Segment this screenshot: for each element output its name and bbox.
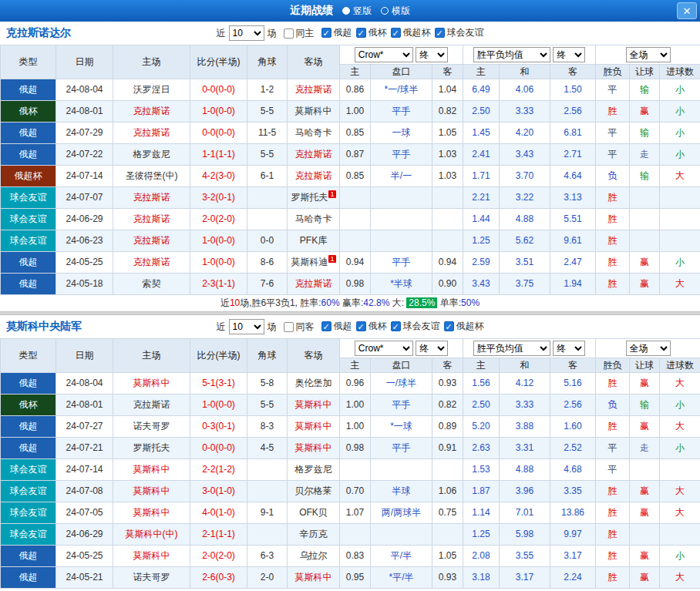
team-label: 马哈奇卡 (295, 213, 332, 224)
rank-badge: 1 (328, 190, 335, 198)
match-date: 24-08-04 (56, 79, 113, 101)
col-corner: 角球 (247, 45, 288, 79)
euro-away-odds: 2.52 (550, 438, 596, 459)
league-badge: 球会友谊 (1, 481, 56, 502)
team-label: 莫斯科中 (295, 421, 332, 431)
euro-away-odds: 4.64 (550, 166, 596, 187)
handicap-result-value: 赢 (630, 546, 660, 567)
col-asian-home: 主 (340, 65, 371, 79)
asian-away-odds: 1.03 (432, 166, 463, 187)
league-badge: 球会友谊 (1, 230, 56, 252)
league-filter-checkbox[interactable]: 俄超杯 (444, 320, 484, 333)
match-date: 24-07-27 (56, 416, 113, 438)
league-filter-label: 俄超杯 (403, 26, 431, 39)
handicap-result-value: 走 (630, 144, 660, 166)
col-handicap: 盘口 (371, 65, 432, 79)
asian-home-odds: 1.00 (340, 395, 371, 416)
euro-final-select[interactable]: 终 (553, 341, 585, 356)
odds-company-select[interactable]: Crow* (355, 341, 413, 356)
same-venue-checkbox[interactable]: 同主 (284, 27, 315, 40)
layout-option-portrait[interactable]: 竖版 (342, 5, 372, 18)
col-date: 日期 (56, 45, 113, 79)
handicap-line: 平手 (371, 395, 432, 416)
goals-result-value (660, 459, 700, 481)
match-date: 24-07-21 (56, 438, 113, 459)
scope-select[interactable]: 全场 (626, 47, 671, 62)
match-count-select[interactable]: 10 (229, 319, 264, 334)
layout-option-landscape[interactable]: 横版 (381, 5, 410, 18)
asian-home-odds: 1.00 (340, 101, 371, 123)
stats-summary: 近10场,胜6平3负1, 胜率:60% 赢率:42.8% 大: 28.5% 单率… (0, 295, 700, 311)
team-section-2: 莫斯科中央陆军 近 10 场 同客 俄超俄杯球会友谊俄超杯 类型 日期 主场 比… (0, 315, 700, 591)
goals-result-value: 大 (660, 274, 700, 295)
league-filter-group: 俄超俄杯球会友谊俄超杯 (318, 320, 484, 334)
league-filter-checkbox[interactable]: 俄杯 (356, 26, 387, 39)
handicap-line (371, 230, 432, 252)
asian-home-odds: 0.70 (340, 481, 371, 502)
filter-bar: 近 10 场 同主 俄超俄杯俄超杯球会友谊 (217, 25, 484, 41)
summary-part: 单率: (437, 297, 461, 308)
asian-home-odds: 0.98 (340, 438, 371, 459)
euro-draw-odds: 3.55 (500, 546, 550, 567)
league-badge: 俄杯 (1, 395, 56, 416)
scope-controls: 全场 (596, 45, 700, 65)
checkbox-icon (284, 322, 294, 332)
close-button[interactable]: ✕ (677, 2, 697, 19)
match-row: 球会友谊24-06-29克拉斯诺2-0(2-0)马哈奇卡1.444.885.51… (1, 209, 700, 230)
asian-final-select[interactable]: 终 (416, 341, 448, 356)
away-team: 乌拉尔 (288, 546, 340, 567)
away-team: 莫斯科中 (288, 567, 340, 589)
goals-result-value: 大 (660, 481, 700, 502)
league-filter-checkbox[interactable]: 球会友谊 (435, 26, 484, 39)
league-filter-checkbox[interactable]: 球会友谊 (391, 320, 440, 333)
league-badge: 俄超 (1, 79, 56, 101)
score: 1-0(0-0) (190, 395, 247, 416)
match-date: 24-07-14 (56, 459, 113, 481)
euro-home-odds: 6.49 (463, 79, 500, 101)
goals-result-value: 大 (660, 373, 700, 395)
col-euro-draw: 和 (500, 358, 550, 373)
close-icon: ✕ (683, 5, 692, 17)
asian-away-odds: 1.05 (432, 546, 463, 567)
score: 4-2(3-0) (190, 166, 247, 187)
league-filter-checkbox[interactable]: 俄超 (321, 320, 352, 333)
euro-final-select[interactable]: 终 (553, 47, 585, 62)
euro-away-odds: 3.17 (550, 546, 596, 567)
goals-result-value: 小 (660, 101, 700, 123)
euro-away-odds: 5.16 (550, 373, 596, 395)
goals-result-value: 小 (660, 123, 700, 144)
scope-select[interactable]: 全场 (626, 341, 671, 356)
asian-final-select[interactable]: 终 (416, 47, 448, 62)
euro-draw-odds: 4.88 (500, 459, 550, 481)
handicap-line (371, 209, 432, 230)
odds-company-select[interactable]: Crow* (355, 47, 413, 62)
asian-away-odds: 1.05 (432, 123, 463, 144)
league-filter-checkbox[interactable]: 俄超 (321, 26, 352, 39)
score: 2-0(2-0) (190, 546, 247, 567)
handicap-line: 一球 (371, 123, 432, 144)
section-header: 莫斯科中央陆军 近 10 场 同客 俄超俄杯球会友谊俄超杯 (0, 315, 700, 338)
league-badge: 俄超 (1, 144, 56, 166)
league-filter-checkbox[interactable]: 俄超杯 (391, 26, 431, 39)
corner-score: 9-1 (247, 502, 288, 524)
asian-odds-controls: Crow* 终 (340, 339, 463, 358)
league-filter-checkbox[interactable]: 俄杯 (356, 320, 387, 333)
portrait-label: 竖版 (353, 5, 372, 18)
team-label: 莫斯科中 (295, 442, 332, 453)
team-label: OFK贝 (299, 507, 328, 518)
checkbox-checked-icon (444, 321, 454, 331)
euro-home-odds: 1.53 (463, 459, 500, 481)
match-date: 24-05-25 (56, 546, 113, 567)
same-venue-checkbox[interactable]: 同客 (284, 321, 315, 334)
away-team: 莫斯科迪1 (288, 252, 340, 274)
away-team: 克拉斯诺 (288, 144, 340, 166)
avg-odds-select[interactable]: 胜平负均值 (473, 341, 550, 356)
match-count-select[interactable]: 10 (229, 25, 264, 41)
avg-odds-select[interactable]: 胜平负均值 (473, 47, 550, 62)
handicap-result-value (630, 187, 660, 209)
match-row: 俄超24-07-29克拉斯诺0-0(0-0)11-5马哈奇卡0.85一球1.05… (1, 123, 700, 144)
asian-away-odds: 1.06 (432, 481, 463, 502)
league-badge: 俄超 (1, 438, 56, 459)
league-filter-label: 俄杯 (369, 26, 387, 39)
home-team: 克拉斯诺 (113, 123, 190, 144)
